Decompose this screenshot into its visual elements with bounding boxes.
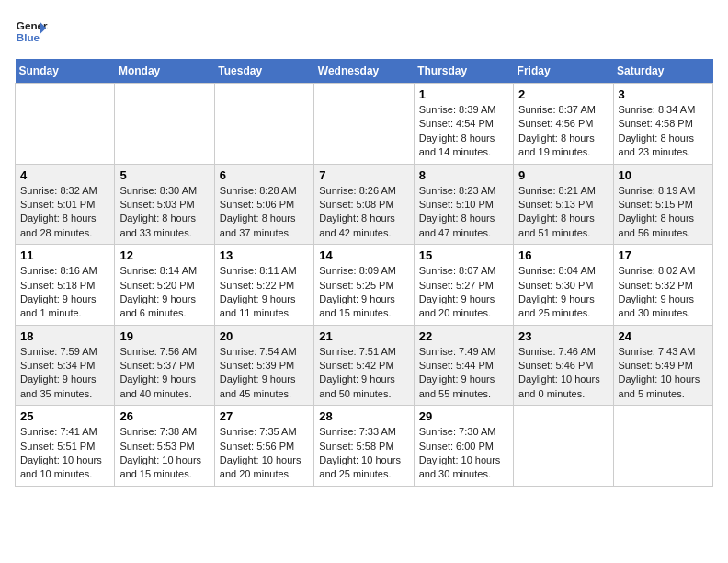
calendar-cell: 26Sunrise: 7:38 AM Sunset: 5:53 PM Dayli… xyxy=(115,406,214,487)
calendar-cell: 18Sunrise: 7:59 AM Sunset: 5:34 PM Dayli… xyxy=(16,325,115,406)
calendar-week-1: 1Sunrise: 8:39 AM Sunset: 4:54 PM Daylig… xyxy=(16,84,713,165)
day-number: 16 xyxy=(518,248,608,262)
calendar-cell: 9Sunrise: 8:21 AM Sunset: 5:13 PM Daylig… xyxy=(514,164,613,245)
calendar-cell xyxy=(314,84,414,165)
day-number: 15 xyxy=(419,248,508,262)
day-info: Sunrise: 8:14 AM Sunset: 5:20 PM Dayligh… xyxy=(119,264,209,321)
calendar-cell: 21Sunrise: 7:51 AM Sunset: 5:42 PM Dayli… xyxy=(314,325,414,406)
day-number: 14 xyxy=(319,248,408,262)
day-number: 10 xyxy=(619,168,708,182)
calendar-cell: 1Sunrise: 8:39 AM Sunset: 4:54 PM Daylig… xyxy=(414,84,513,165)
calendar-cell: 25Sunrise: 7:41 AM Sunset: 5:51 PM Dayli… xyxy=(16,406,115,487)
calendar-cell: 20Sunrise: 7:54 AM Sunset: 5:39 PM Dayli… xyxy=(214,325,313,406)
calendar-cell: 23Sunrise: 7:46 AM Sunset: 5:46 PM Dayli… xyxy=(514,325,613,406)
day-info: Sunrise: 7:54 AM Sunset: 5:39 PM Dayligh… xyxy=(220,345,309,402)
calendar-cell: 6Sunrise: 8:28 AM Sunset: 5:06 PM Daylig… xyxy=(214,164,313,245)
day-info: Sunrise: 7:41 AM Sunset: 5:51 PM Dayligh… xyxy=(20,425,109,482)
day-number: 20 xyxy=(220,329,309,343)
calendar-cell: 22Sunrise: 7:49 AM Sunset: 5:44 PM Dayli… xyxy=(414,325,513,406)
day-info: Sunrise: 8:37 AM Sunset: 4:56 PM Dayligh… xyxy=(518,103,608,160)
day-number: 29 xyxy=(419,409,508,423)
day-info: Sunrise: 8:09 AM Sunset: 5:25 PM Dayligh… xyxy=(319,264,408,321)
header-day-saturday: Saturday xyxy=(613,59,712,84)
logo: General Blue xyxy=(15,15,48,48)
calendar-week-2: 4Sunrise: 8:32 AM Sunset: 5:01 PM Daylig… xyxy=(16,164,713,245)
day-number: 3 xyxy=(619,87,708,101)
calendar-cell: 15Sunrise: 8:07 AM Sunset: 5:27 PM Dayli… xyxy=(414,245,513,326)
calendar-cell: 13Sunrise: 8:11 AM Sunset: 5:22 PM Dayli… xyxy=(214,245,313,326)
day-number: 27 xyxy=(220,409,309,423)
calendar-cell: 10Sunrise: 8:19 AM Sunset: 5:15 PM Dayli… xyxy=(613,164,712,245)
calendar-cell: 4Sunrise: 8:32 AM Sunset: 5:01 PM Daylig… xyxy=(16,164,115,245)
calendar-cell: 2Sunrise: 8:37 AM Sunset: 4:56 PM Daylig… xyxy=(514,84,613,165)
day-number: 23 xyxy=(518,329,608,343)
calendar-cell xyxy=(16,84,115,165)
day-info: Sunrise: 8:07 AM Sunset: 5:27 PM Dayligh… xyxy=(419,264,508,321)
day-number: 25 xyxy=(20,409,109,423)
day-info: Sunrise: 8:30 AM Sunset: 5:03 PM Dayligh… xyxy=(119,184,209,241)
calendar-cell: 19Sunrise: 7:56 AM Sunset: 5:37 PM Dayli… xyxy=(115,325,214,406)
calendar-cell xyxy=(214,84,313,165)
calendar-cell: 16Sunrise: 8:04 AM Sunset: 5:30 PM Dayli… xyxy=(514,245,613,326)
day-number: 6 xyxy=(220,168,309,182)
day-info: Sunrise: 8:16 AM Sunset: 5:18 PM Dayligh… xyxy=(20,264,109,321)
day-info: Sunrise: 8:11 AM Sunset: 5:22 PM Dayligh… xyxy=(220,264,309,321)
day-info: Sunrise: 7:59 AM Sunset: 5:34 PM Dayligh… xyxy=(20,345,109,402)
day-info: Sunrise: 8:19 AM Sunset: 5:15 PM Dayligh… xyxy=(619,184,708,241)
day-info: Sunrise: 8:21 AM Sunset: 5:13 PM Dayligh… xyxy=(518,184,608,241)
header-day-wednesday: Wednesday xyxy=(314,59,414,84)
day-info: Sunrise: 8:34 AM Sunset: 4:58 PM Dayligh… xyxy=(619,103,708,160)
calendar-week-4: 18Sunrise: 7:59 AM Sunset: 5:34 PM Dayli… xyxy=(16,325,713,406)
header: General Blue xyxy=(15,15,713,48)
day-info: Sunrise: 7:33 AM Sunset: 5:58 PM Dayligh… xyxy=(319,425,408,482)
header-day-sunday: Sunday xyxy=(16,59,115,84)
day-number: 7 xyxy=(319,168,408,182)
day-info: Sunrise: 7:49 AM Sunset: 5:44 PM Dayligh… xyxy=(419,345,508,402)
day-info: Sunrise: 8:32 AM Sunset: 5:01 PM Dayligh… xyxy=(20,184,109,241)
day-info: Sunrise: 8:23 AM Sunset: 5:10 PM Dayligh… xyxy=(419,184,508,241)
day-info: Sunrise: 7:30 AM Sunset: 6:00 PM Dayligh… xyxy=(419,425,508,482)
day-info: Sunrise: 7:56 AM Sunset: 5:37 PM Dayligh… xyxy=(119,345,209,402)
day-info: Sunrise: 8:28 AM Sunset: 5:06 PM Dayligh… xyxy=(220,184,309,241)
svg-text:Blue: Blue xyxy=(17,31,40,43)
calendar-cell: 12Sunrise: 8:14 AM Sunset: 5:20 PM Dayli… xyxy=(115,245,214,326)
calendar-cell: 11Sunrise: 8:16 AM Sunset: 5:18 PM Dayli… xyxy=(16,245,115,326)
day-number: 4 xyxy=(20,168,109,182)
day-number: 1 xyxy=(419,87,508,101)
day-number: 13 xyxy=(220,248,309,262)
calendar-cell xyxy=(115,84,214,165)
calendar-week-5: 25Sunrise: 7:41 AM Sunset: 5:51 PM Dayli… xyxy=(16,406,713,487)
calendar-week-3: 11Sunrise: 8:16 AM Sunset: 5:18 PM Dayli… xyxy=(16,245,713,326)
day-number: 12 xyxy=(119,248,209,262)
day-info: Sunrise: 8:26 AM Sunset: 5:08 PM Dayligh… xyxy=(319,184,408,241)
calendar-cell: 29Sunrise: 7:30 AM Sunset: 6:00 PM Dayli… xyxy=(414,406,513,487)
calendar-table: SundayMondayTuesdayWednesdayThursdayFrid… xyxy=(15,59,713,487)
day-info: Sunrise: 7:43 AM Sunset: 5:49 PM Dayligh… xyxy=(619,345,708,402)
day-info: Sunrise: 8:02 AM Sunset: 5:32 PM Dayligh… xyxy=(619,264,708,321)
logo-icon: General Blue xyxy=(15,15,48,48)
day-number: 9 xyxy=(518,168,608,182)
day-number: 18 xyxy=(20,329,109,343)
day-info: Sunrise: 7:46 AM Sunset: 5:46 PM Dayligh… xyxy=(518,345,608,402)
calendar-cell: 3Sunrise: 8:34 AM Sunset: 4:58 PM Daylig… xyxy=(613,84,712,165)
header-day-monday: Monday xyxy=(115,59,214,84)
calendar-header-row: SundayMondayTuesdayWednesdayThursdayFrid… xyxy=(16,59,713,84)
calendar-cell xyxy=(613,406,712,487)
day-info: Sunrise: 8:04 AM Sunset: 5:30 PM Dayligh… xyxy=(518,264,608,321)
calendar-cell: 24Sunrise: 7:43 AM Sunset: 5:49 PM Dayli… xyxy=(613,325,712,406)
calendar-cell: 28Sunrise: 7:33 AM Sunset: 5:58 PM Dayli… xyxy=(314,406,414,487)
header-day-tuesday: Tuesday xyxy=(214,59,313,84)
calendar-cell: 17Sunrise: 8:02 AM Sunset: 5:32 PM Dayli… xyxy=(613,245,712,326)
day-number: 26 xyxy=(119,409,209,423)
day-number: 22 xyxy=(419,329,508,343)
day-number: 24 xyxy=(619,329,708,343)
day-number: 2 xyxy=(518,87,608,101)
calendar-cell xyxy=(514,406,613,487)
header-day-friday: Friday xyxy=(514,59,613,84)
day-number: 8 xyxy=(419,168,508,182)
day-number: 19 xyxy=(119,329,209,343)
calendar-cell: 14Sunrise: 8:09 AM Sunset: 5:25 PM Dayli… xyxy=(314,245,414,326)
calendar-cell: 8Sunrise: 8:23 AM Sunset: 5:10 PM Daylig… xyxy=(414,164,513,245)
day-number: 5 xyxy=(119,168,209,182)
day-info: Sunrise: 7:51 AM Sunset: 5:42 PM Dayligh… xyxy=(319,345,408,402)
